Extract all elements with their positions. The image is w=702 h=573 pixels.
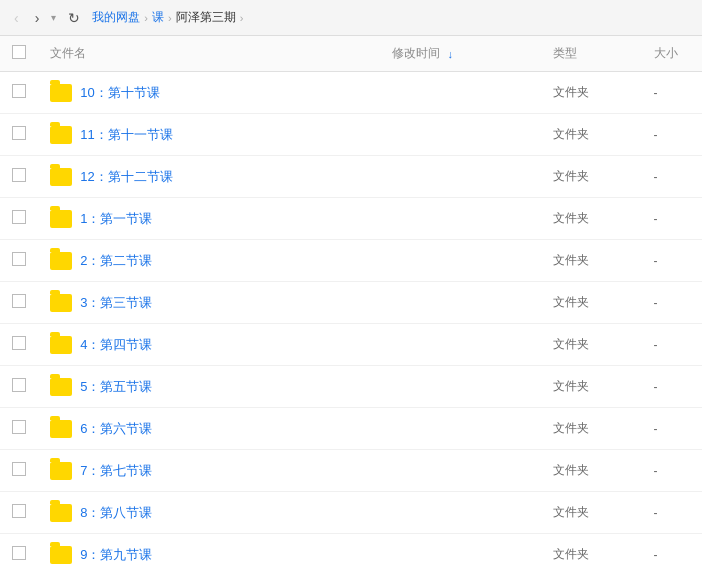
row-checkbox[interactable] [12,210,26,224]
row-type: 文件夹 [553,505,589,519]
row-checkbox[interactable] [12,168,26,182]
row-type: 文件夹 [553,295,589,309]
folder-icon [50,336,72,354]
file-name[interactable]: 8：第八节课 [80,504,152,522]
refresh-button[interactable]: ↻ [64,8,84,28]
table-row: 9：第九节课 文件夹 - [0,534,702,574]
sort-icon: ↓ [447,48,453,60]
file-name[interactable]: 2：第二节课 [80,252,152,270]
row-time-cell [380,324,541,366]
row-size: - [654,254,658,268]
row-size-cell: - [642,198,702,240]
header-name: 文件名 [38,36,380,72]
header-type: 类型 [541,36,642,72]
row-checkbox-cell [0,72,38,114]
row-type: 文件夹 [553,463,589,477]
row-size: - [654,296,658,310]
table-row: 8：第八节课 文件夹 - [0,492,702,534]
folder-icon [50,378,72,396]
row-type-cell: 文件夹 [541,156,642,198]
file-name[interactable]: 7：第七节课 [80,462,152,480]
row-size: - [654,506,658,520]
row-checkbox[interactable] [12,126,26,140]
file-name[interactable]: 4：第四节课 [80,336,152,354]
row-name-cell: 3：第三节课 [38,282,380,324]
row-name-cell: 10：第十节课 [38,72,380,114]
back-button[interactable]: ‹ [10,8,23,28]
row-size-cell: - [642,282,702,324]
row-type-cell: 文件夹 [541,72,642,114]
nav-separator: ▾ [51,12,56,23]
browser-bar: ‹ › ▾ ↻ 我的网盘 › 课 › 阿泽第三期 › [0,0,702,36]
row-size-cell: - [642,534,702,574]
file-name[interactable]: 3：第三节课 [80,294,152,312]
breadcrumb-course[interactable]: 课 [152,9,164,26]
table-header-row: 文件名 修改时间 ↓ 类型 大小 [0,36,702,72]
row-type: 文件夹 [553,379,589,393]
row-checkbox[interactable] [12,546,26,560]
file-table: 文件名 修改时间 ↓ 类型 大小 10：第十节课 [0,36,702,573]
file-name[interactable]: 6：第六节课 [80,420,152,438]
row-checkbox[interactable] [12,462,26,476]
row-name-cell: 1：第一节课 [38,198,380,240]
table-row: 12：第十二节课 文件夹 - [0,156,702,198]
row-checkbox[interactable] [12,336,26,350]
row-checkbox-cell [0,492,38,534]
breadcrumb-home[interactable]: 我的网盘 [92,9,140,26]
file-name[interactable]: 9：第九节课 [80,546,152,564]
row-size-cell: - [642,492,702,534]
row-type: 文件夹 [553,253,589,267]
row-name-cell: 5：第五节课 [38,366,380,408]
row-checkbox-cell [0,366,38,408]
file-name[interactable]: 11：第十一节课 [80,126,172,144]
row-name-cell: 2：第二节课 [38,240,380,282]
row-size: - [654,212,658,226]
row-size: - [654,86,658,100]
table-row: 10：第十节课 文件夹 - [0,72,702,114]
row-name-cell: 6：第六节课 [38,408,380,450]
row-type: 文件夹 [553,169,589,183]
folder-icon [50,462,72,480]
row-size-cell: - [642,240,702,282]
table-row: 3：第三节课 文件夹 - [0,282,702,324]
row-type-cell: 文件夹 [541,534,642,574]
row-checkbox[interactable] [12,504,26,518]
row-checkbox[interactable] [12,378,26,392]
row-type: 文件夹 [553,85,589,99]
folder-icon [50,126,72,144]
row-checkbox[interactable] [12,294,26,308]
row-size: - [654,170,658,184]
file-name[interactable]: 1：第一节课 [80,210,152,228]
row-type: 文件夹 [553,547,589,561]
table-row: 4：第四节课 文件夹 - [0,324,702,366]
file-name[interactable]: 12：第十二节课 [80,168,172,186]
row-checkbox[interactable] [12,420,26,434]
row-name-cell: 7：第七节课 [38,450,380,492]
row-type-cell: 文件夹 [541,240,642,282]
row-checkbox[interactable] [12,252,26,266]
row-size: - [654,464,658,478]
row-time-cell [380,282,541,324]
row-time-cell [380,534,541,574]
folder-icon [50,168,72,186]
header-time[interactable]: 修改时间 ↓ [380,36,541,72]
row-name-cell: 4：第四节课 [38,324,380,366]
table-row: 7：第七节课 文件夹 - [0,450,702,492]
folder-icon [50,546,72,564]
folder-icon [50,252,72,270]
row-name-cell: 9：第九节课 [38,534,380,574]
row-size-cell: - [642,408,702,450]
file-name[interactable]: 10：第十节课 [80,84,159,102]
row-size-cell: - [642,366,702,408]
breadcrumb-current: 阿泽第三期 [176,9,236,26]
row-time-cell [380,492,541,534]
row-type-cell: 文件夹 [541,282,642,324]
file-name[interactable]: 5：第五节课 [80,378,152,396]
forward-button[interactable]: › [31,8,44,28]
row-size: - [654,380,658,394]
select-all-checkbox[interactable] [12,45,26,59]
row-size-cell: - [642,156,702,198]
row-type-cell: 文件夹 [541,492,642,534]
row-checkbox[interactable] [12,84,26,98]
header-checkbox-cell [0,36,38,72]
